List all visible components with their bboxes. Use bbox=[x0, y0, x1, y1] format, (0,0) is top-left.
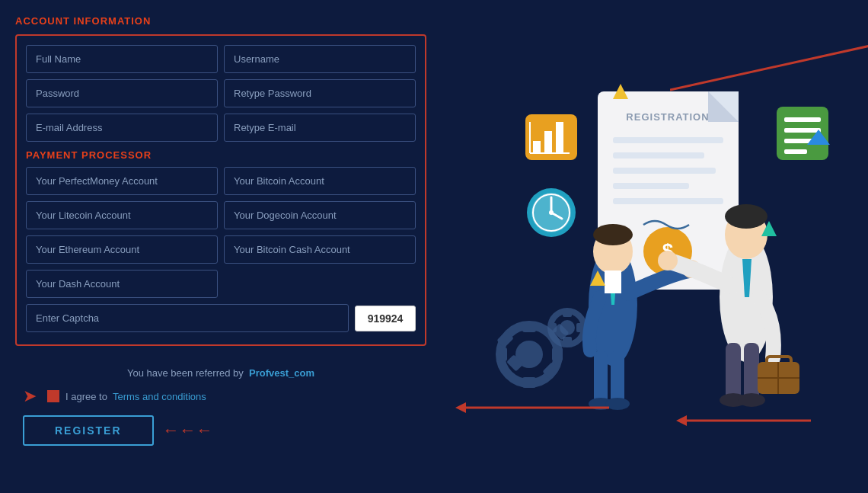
full-name-input[interactable] bbox=[26, 45, 218, 73]
svg-rect-15 bbox=[563, 337, 572, 344]
svg-rect-23 bbox=[613, 168, 716, 174]
register-button[interactable]: REGISTER bbox=[23, 415, 154, 446]
svg-rect-21 bbox=[613, 137, 723, 143]
svg-rect-38 bbox=[605, 271, 621, 293]
agree-label: I agree to Terms and conditions bbox=[65, 391, 206, 402]
dash-input[interactable] bbox=[26, 270, 218, 298]
payment-processor-title: PAYMENT PROCESSOR bbox=[26, 149, 416, 161]
email-input[interactable] bbox=[26, 114, 218, 142]
register-row: REGISTER ←←← bbox=[15, 415, 426, 446]
bitcoin-cash-input[interactable] bbox=[224, 235, 416, 264]
row-eth-bch bbox=[26, 235, 416, 264]
svg-rect-24 bbox=[613, 183, 689, 189]
ethereum-input[interactable] bbox=[26, 235, 218, 264]
captcha-input[interactable] bbox=[26, 304, 349, 332]
referred-by-value: Profvest_com bbox=[249, 367, 314, 379]
svg-marker-74 bbox=[455, 402, 466, 413]
svg-rect-25 bbox=[613, 198, 723, 204]
svg-point-63 bbox=[549, 210, 554, 215]
svg-rect-14 bbox=[563, 309, 572, 317]
svg-rect-7 bbox=[552, 347, 563, 361]
row-ltc-doge bbox=[26, 201, 416, 229]
litecoin-input[interactable] bbox=[26, 201, 218, 229]
captcha-value: 919924 bbox=[355, 306, 416, 331]
bitcoin-input[interactable] bbox=[224, 167, 416, 195]
row-pm-btc bbox=[26, 167, 416, 195]
retype-email-input[interactable] bbox=[224, 114, 416, 142]
illustration-scene: REGISTRATION $ bbox=[480, 46, 853, 442]
svg-rect-5 bbox=[522, 377, 536, 388]
svg-rect-65 bbox=[784, 117, 821, 122]
terms-arrow-icon: ➤ bbox=[23, 386, 37, 406]
row-password bbox=[26, 79, 416, 107]
username-input[interactable] bbox=[224, 45, 416, 73]
captcha-row: 919924 bbox=[26, 304, 416, 332]
svg-rect-17 bbox=[576, 323, 584, 332]
svg-rect-53 bbox=[533, 141, 541, 153]
svg-rect-68 bbox=[784, 149, 807, 154]
dogecoin-input[interactable] bbox=[224, 201, 416, 229]
svg-rect-40 bbox=[726, 343, 741, 400]
referred-by-label: You have been referred by bbox=[127, 367, 244, 379]
password-input[interactable] bbox=[26, 79, 218, 107]
account-info-title: ACCOUNT INFORMATION bbox=[15, 15, 426, 27]
svg-rect-31 bbox=[611, 351, 624, 404]
main-container: ACCOUNT INFORMATION bbox=[0, 0, 868, 493]
svg-point-35 bbox=[593, 224, 633, 245]
svg-rect-41 bbox=[744, 343, 759, 400]
svg-rect-22 bbox=[613, 152, 704, 158]
svg-rect-66 bbox=[784, 128, 821, 133]
svg-point-45 bbox=[725, 204, 767, 229]
bottom-right-arrow bbox=[670, 402, 811, 443]
agree-checkbox[interactable] bbox=[47, 390, 59, 402]
svg-rect-16 bbox=[549, 323, 557, 332]
terms-row: ➤ I agree to Terms and conditions bbox=[15, 386, 426, 406]
row-name-username bbox=[26, 45, 416, 73]
bottom-left-arrow bbox=[449, 396, 609, 438]
svg-marker-76 bbox=[676, 415, 687, 426]
svg-rect-55 bbox=[556, 122, 563, 153]
perfectmoney-input[interactable] bbox=[26, 167, 218, 195]
form-area: ACCOUNT INFORMATION bbox=[0, 0, 442, 361]
svg-point-46 bbox=[658, 251, 678, 271]
svg-rect-54 bbox=[544, 131, 552, 153]
form-box: PAYMENT PROCESSOR bbox=[15, 34, 426, 346]
retype-password-input[interactable] bbox=[224, 79, 416, 107]
register-arrow-icon: ←←← bbox=[163, 421, 213, 440]
row-email bbox=[26, 114, 416, 142]
bottom-area: You have been referred by Profvest_com ➤… bbox=[0, 361, 442, 446]
row-dash bbox=[26, 270, 218, 298]
svg-rect-6 bbox=[496, 347, 507, 361]
illustration-area: REGISTRATION $ bbox=[442, 0, 868, 493]
referred-text: You have been referred by Profvest_com bbox=[15, 367, 426, 379]
svg-text:REGISTRATION: REGISTRATION bbox=[626, 111, 709, 123]
svg-rect-4 bbox=[522, 322, 536, 332]
terms-link[interactable]: Terms and conditions bbox=[113, 391, 206, 402]
svg-point-13 bbox=[560, 320, 575, 335]
